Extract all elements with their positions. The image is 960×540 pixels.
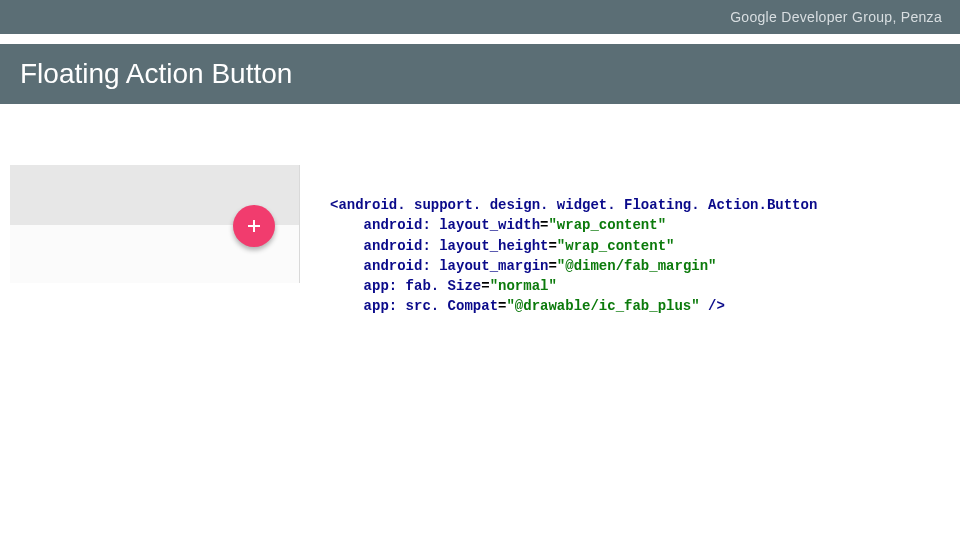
- page-title: Floating Action Button: [20, 58, 292, 90]
- code-tag-name: android. support. design. widget. Floati…: [338, 197, 817, 213]
- code-attr-val-0: "wrap_content": [548, 217, 666, 233]
- code-attr-name-4: app: src. Compat: [364, 298, 498, 314]
- code-close: />: [700, 298, 725, 314]
- code-indent-0: [330, 217, 364, 233]
- code-attr-val-3: "normal": [490, 278, 557, 294]
- code-attr-val-1: "wrap_content": [557, 238, 675, 254]
- code-attr-name-0: android: layout_width: [364, 217, 540, 233]
- floating-action-button[interactable]: [233, 205, 275, 247]
- header-group-label: Google Developer Group, Penza: [730, 9, 942, 25]
- plus-icon: [246, 218, 262, 234]
- code-indent-1: [330, 238, 364, 254]
- code-attr-name-3: app: fab. Size: [364, 278, 482, 294]
- code-indent-3: [330, 278, 364, 294]
- code-attr-name-1: android: layout_height: [364, 238, 549, 254]
- code-attr-name-2: android: layout_margin: [364, 258, 549, 274]
- fab-preview: [10, 165, 300, 283]
- code-attr-val-2: "@dimen/fab_margin": [557, 258, 717, 274]
- code-block: <android. support. design. widget. Float…: [330, 195, 950, 317]
- code-indent-4: [330, 298, 364, 314]
- code-indent-2: [330, 258, 364, 274]
- code-attr-val-4: "@drawable/ic_fab_plus": [506, 298, 699, 314]
- header-strip: Google Developer Group, Penza: [0, 0, 960, 34]
- svg-rect-1: [248, 225, 260, 227]
- title-band: Floating Action Button: [0, 44, 960, 104]
